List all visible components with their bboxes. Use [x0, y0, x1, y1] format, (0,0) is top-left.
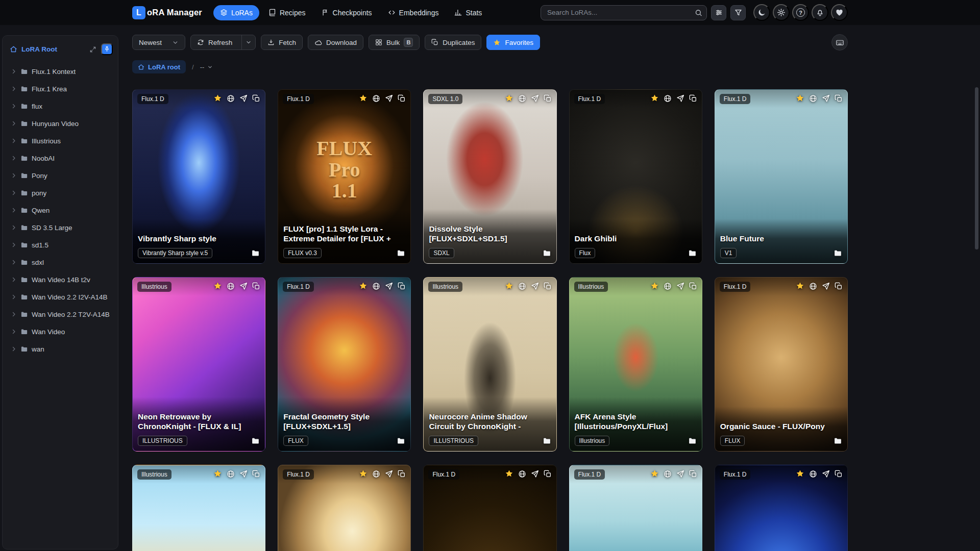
send-icon[interactable]: [531, 470, 539, 478]
filter-button[interactable]: [730, 5, 746, 20]
sort-select[interactable]: Newest: [132, 35, 185, 50]
favorite-star-icon[interactable]: [505, 94, 513, 103]
move-to-folder-icon[interactable]: [251, 249, 260, 258]
sidebar-folder-noobai[interactable]: NoobAI: [3, 149, 118, 167]
pin-sidebar-button[interactable]: [101, 43, 113, 55]
send-icon[interactable]: [239, 282, 248, 290]
favorite-star-icon[interactable]: [359, 282, 368, 290]
send-icon[interactable]: [676, 94, 684, 103]
nav-item-embeddings[interactable]: Embeddings: [381, 5, 446, 20]
sidebar-folder-sd1-5[interactable]: sd1.5: [3, 236, 118, 254]
sidebar-folder-wan[interactable]: wan: [3, 340, 118, 358]
version-tag[interactable]: FLUX v0.3: [283, 248, 322, 258]
copy-icon[interactable]: [252, 470, 260, 478]
nav-item-checkpoints[interactable]: Checkpoints: [315, 5, 379, 20]
favorite-star-icon[interactable]: [213, 469, 222, 478]
globe-icon[interactable]: [518, 94, 526, 103]
lora-card[interactable]: Flux.1 D: [278, 465, 411, 551]
send-icon[interactable]: [385, 94, 393, 103]
sidebar-root-label[interactable]: LoRA Root: [21, 45, 57, 53]
sidebar-folder-flux-1-krea[interactable]: Flux.1 Krea: [3, 80, 118, 97]
globe-icon[interactable]: [518, 470, 526, 478]
app-logo[interactable]: L oRA Manager: [132, 6, 202, 19]
search-options-button[interactable]: [711, 5, 726, 20]
sidebar-folder-hunyuan-video[interactable]: Hunyuan Video: [3, 115, 118, 132]
version-tag[interactable]: SDXL: [429, 248, 454, 258]
lora-card[interactable]: Flux.1 D: [715, 465, 848, 551]
move-to-folder-icon[interactable]: [834, 437, 842, 445]
nav-item-recipes[interactable]: Recipes: [262, 5, 312, 20]
breadcrumb-root[interactable]: LoRA root: [132, 60, 186, 73]
lora-card[interactable]: SDXL 1.0Dissolve Style [FLUX+SDXL+SD1.5]…: [423, 89, 556, 264]
globe-icon[interactable]: [372, 282, 380, 290]
sidebar-folder-flux-1-kontext[interactable]: Flux.1 Kontext: [3, 63, 118, 80]
sidebar-folder-sdxl[interactable]: sdxl: [3, 254, 118, 271]
lora-card[interactable]: IllustriousNeon Retrowave by ChronoKnigh…: [132, 277, 265, 452]
duplicates-button[interactable]: Duplicates: [425, 35, 481, 50]
lora-card[interactable]: Midjourney meets FLUXFlux.1 D: [423, 465, 556, 551]
send-icon[interactable]: [822, 94, 830, 103]
search-icon[interactable]: [695, 9, 702, 16]
keyboard-shortcuts-button[interactable]: [831, 34, 848, 51]
globe-icon[interactable]: [372, 94, 380, 103]
sidebar-folder-wan-video-2-2-t2v-a14b[interactable]: Wan Video 2.2 T2V-A14B: [3, 306, 118, 323]
copy-icon[interactable]: [398, 282, 406, 290]
version-tag[interactable]: ILLUSTRIOUS: [429, 436, 478, 446]
copy-icon[interactable]: [689, 94, 697, 103]
nav-item-stats[interactable]: Stats: [448, 5, 488, 20]
version-tag[interactable]: Flux: [575, 248, 596, 258]
version-tag[interactable]: ILLUSTRIOUS: [138, 436, 187, 446]
sidebar-folder-wan-video-2-2-i2v-a14b[interactable]: Wan Video 2.2 I2V-A14B: [3, 288, 118, 306]
notifications-button[interactable]: [812, 4, 828, 21]
lora-card[interactable]: Flux.1 DBlue FutureV1: [715, 89, 848, 264]
globe-icon[interactable]: [809, 94, 817, 103]
lora-card[interactable]: Flux.1 D: [569, 465, 702, 551]
lora-card[interactable]: Illustrious: [132, 465, 265, 551]
send-icon[interactable]: [385, 470, 393, 478]
lora-card[interactable]: Flux.1 DVibrantly Sharp styleVibrantly S…: [132, 89, 265, 264]
sidebar-folder-flux[interactable]: flux: [3, 97, 118, 115]
move-to-folder-icon[interactable]: [834, 249, 842, 258]
move-to-folder-icon[interactable]: [251, 437, 260, 445]
favorite-star-icon[interactable]: [650, 282, 659, 290]
version-tag[interactable]: FLUX: [283, 436, 308, 446]
copy-icon[interactable]: [689, 282, 697, 290]
copy-icon[interactable]: [252, 94, 260, 103]
favorite-star-icon[interactable]: [650, 94, 659, 103]
sidebar-folder-pony[interactable]: Pony: [3, 167, 118, 184]
copy-icon[interactable]: [544, 470, 552, 478]
favorite-star-icon[interactable]: [796, 94, 804, 103]
move-to-folder-icon[interactable]: [397, 249, 405, 258]
copy-icon[interactable]: [398, 470, 406, 478]
send-icon[interactable]: [385, 282, 393, 290]
move-to-folder-icon[interactable]: [688, 437, 697, 445]
favorite-star-icon[interactable]: [505, 282, 513, 290]
globe-icon[interactable]: [809, 282, 817, 290]
copy-icon[interactable]: [398, 94, 406, 103]
favorite-star-icon[interactable]: [796, 282, 804, 290]
send-icon[interactable]: [822, 282, 830, 290]
favorite-star-icon[interactable]: [650, 469, 659, 478]
copy-icon[interactable]: [689, 470, 697, 478]
page-scrollbar[interactable]: [975, 87, 978, 249]
sidebar-folder-illustrious[interactable]: Illustrious: [3, 132, 118, 149]
favorite-star-icon[interactable]: [505, 469, 513, 478]
version-tag[interactable]: V1: [720, 248, 737, 258]
send-icon[interactable]: [239, 94, 248, 103]
send-icon[interactable]: [531, 282, 539, 290]
lora-card[interactable]: Flux.1 DDark GhibliFlux: [569, 89, 702, 264]
globe-icon[interactable]: [664, 94, 672, 103]
nav-item-loras[interactable]: LoRAs: [213, 5, 259, 20]
lora-card[interactable]: FLUX Pro 1.1Flux.1 DFLUX [pro] 1.1 Style…: [278, 89, 411, 264]
globe-icon[interactable]: [372, 470, 380, 478]
send-icon[interactable]: [822, 470, 830, 478]
version-tag[interactable]: Illustrious: [575, 436, 610, 446]
move-to-folder-icon[interactable]: [688, 249, 697, 258]
move-to-folder-icon[interactable]: [397, 437, 405, 445]
copy-icon[interactable]: [835, 94, 843, 103]
copy-icon[interactable]: [544, 94, 552, 103]
sidebar-folder-pony[interactable]: pony: [3, 184, 118, 202]
help-button[interactable]: ?: [792, 4, 809, 21]
fetch-button[interactable]: Fetch: [261, 35, 303, 50]
bulk-button[interactable]: Bulk B: [369, 35, 420, 50]
